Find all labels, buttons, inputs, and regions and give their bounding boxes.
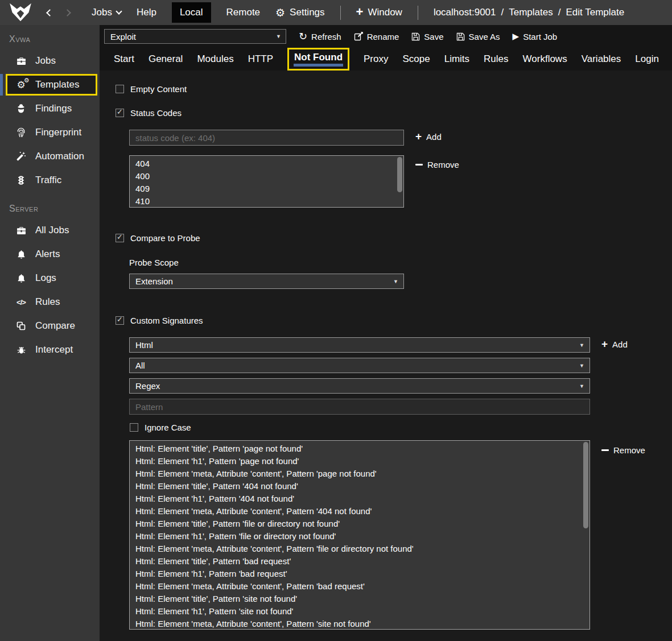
caret-down-icon: ▼ (393, 279, 398, 284)
status-code-item[interactable]: 410 (130, 195, 403, 208)
compare-to-probe-checkbox[interactable] (116, 234, 124, 242)
sidebar-item-fingerprint[interactable]: Fingerprint (0, 121, 100, 144)
signatures-list[interactable]: Html: Element 'title', Pattern 'page not… (129, 440, 590, 630)
signature-item[interactable]: Html: Element 'title', Pattern 'bad requ… (130, 555, 589, 568)
remove-signature-button[interactable]: Remove (601, 445, 645, 455)
signature-item[interactable]: Html: Element 'h1', Pattern 'bad request… (130, 568, 589, 580)
signature-item[interactable]: Html: Element 'meta, Attribute 'content'… (130, 505, 589, 518)
tab-not-found[interactable]: Not Found (287, 48, 349, 71)
start-job-button[interactable]: ▶ Start Job (513, 31, 558, 42)
sidebar-item-compare[interactable]: Compare (0, 314, 100, 338)
signature-item[interactable]: Html: Element 'title', Pattern 'page not… (130, 443, 589, 455)
tab-start[interactable]: Start (114, 53, 134, 65)
sidebar-item-label: Compare (35, 320, 75, 332)
rename-label: Rename (367, 32, 399, 42)
save-icon (411, 32, 420, 41)
tab-http[interactable]: HTTP (248, 53, 273, 65)
empty-content-checkbox[interactable] (116, 85, 124, 93)
signature-item[interactable]: Html: Element 'title', Pattern 'file or … (130, 518, 589, 530)
gears-icon: ⚙⚙ (15, 79, 27, 90)
status-codes-checkbox[interactable] (116, 109, 124, 117)
new-window-button[interactable]: + Window (356, 7, 402, 18)
magic-wand-icon (15, 151, 27, 162)
sidebar-item-jobs[interactable]: Jobs (0, 49, 100, 73)
ignore-case-checkbox[interactable] (130, 423, 138, 432)
tab-limits[interactable]: Limits (444, 53, 469, 65)
remote-toggle[interactable]: Remote (226, 7, 261, 18)
status-code-item[interactable]: 400 (130, 170, 403, 183)
status-codes-list[interactable]: 404400409410 (129, 155, 404, 208)
signature-item[interactable]: Html: Element 'h1', Pattern 'page not fo… (130, 455, 589, 468)
custom-signatures-checkbox[interactable] (116, 316, 124, 325)
tab-rules[interactable]: Rules (484, 53, 508, 65)
ignore-case-label: Ignore Case (145, 423, 191, 432)
tab-modules[interactable]: Modules (197, 53, 233, 65)
signature-match-value: Regex (135, 381, 160, 391)
ignore-case-row: Ignore Case (130, 423, 672, 432)
sidebar-item-rules[interactable]: </> Rules (0, 290, 100, 314)
help-button[interactable]: Help (137, 7, 156, 18)
tab-general[interactable]: General (149, 53, 183, 65)
signature-item[interactable]: Html: Element 'h1', Pattern '404 not fou… (130, 493, 589, 505)
signature-match-select[interactable]: Regex ▼ (129, 378, 590, 394)
sidebar-item-label: Intercept (35, 344, 73, 355)
template-select[interactable]: Exploit ▼ (104, 29, 286, 44)
tab-strip: Start General Modules HTTP Not Found Pro… (100, 48, 672, 71)
breadcrumb-templates[interactable]: Templates (509, 7, 553, 18)
refresh-button[interactable]: ↻ Refresh (299, 31, 341, 42)
settings-button[interactable]: ⚙ Settings (275, 7, 324, 18)
sidebar-item-all-jobs[interactable]: All Jobs (0, 218, 100, 242)
remove-status-code-button[interactable]: Remove (415, 160, 459, 169)
tab-proxy[interactable]: Proxy (364, 53, 388, 65)
breadcrumb-separator: / (558, 7, 561, 18)
back-button[interactable] (47, 7, 52, 18)
refresh-icon: ↻ (299, 31, 307, 42)
custom-signatures-row: Custom Signatures (116, 316, 672, 325)
local-toggle[interactable]: Local (172, 2, 211, 23)
breadcrumb-host[interactable]: localhost:9001 (434, 7, 496, 18)
status-codes-list-scrollbar[interactable] (397, 157, 402, 192)
sidebar-item-templates[interactable]: ⚙⚙ Templates (6, 74, 97, 96)
signature-item[interactable]: Html: Element 'title', Pattern 'site not… (130, 593, 589, 605)
tab-login[interactable]: Login (635, 53, 659, 65)
tab-scope[interactable]: Scope (402, 53, 430, 65)
start-job-label: Start Job (523, 32, 557, 42)
sidebar-item-alerts[interactable]: Alerts (0, 242, 100, 266)
signature-scope-select[interactable]: All ▼ (129, 358, 590, 373)
sidebar-section-server: Server (0, 200, 100, 218)
signature-item[interactable]: Html: Element 'meta, Attribute 'content'… (130, 468, 589, 480)
probe-scope-select[interactable]: Extension ▼ (129, 274, 404, 289)
add-signature-button[interactable]: + Add (601, 340, 628, 349)
signature-item[interactable]: Html: Element 'h1', Pattern 'file or dir… (130, 530, 589, 543)
signature-type-select[interactable]: Html ▼ (129, 337, 590, 353)
sidebar: Xvwa Jobs ⚙⚙ Templates Findings Fingerpr… (0, 25, 100, 641)
minus-icon (415, 164, 423, 166)
signature-item[interactable]: Html: Element 'meta, Attribute 'content'… (130, 618, 589, 630)
sidebar-item-intercept[interactable]: Intercept (0, 338, 100, 362)
signatures-list-scrollbar[interactable] (583, 442, 588, 528)
breadcrumb-edit-template[interactable]: Edit Template (566, 7, 624, 18)
signature-item[interactable]: Html: Element 'h1', Pattern 'site not fo… (130, 605, 589, 618)
save-as-button[interactable]: Save As (456, 32, 500, 42)
status-code-input[interactable] (129, 130, 404, 146)
save-button[interactable]: Save (411, 32, 443, 42)
tab-variables[interactable]: Variables (582, 53, 621, 65)
status-code-item[interactable]: 409 (130, 183, 403, 195)
sidebar-item-label: Logs (35, 272, 56, 284)
signature-scope-value: All (135, 361, 145, 370)
signature-item[interactable]: Html: Element 'meta, Attribute 'content'… (130, 543, 589, 555)
sidebar-item-automation[interactable]: Automation (0, 144, 100, 168)
sidebar-item-traffic[interactable]: Traffic (0, 168, 100, 192)
status-code-item[interactable]: 404 (130, 158, 403, 170)
tab-workflows[interactable]: Workflows (523, 53, 567, 65)
pattern-input[interactable] (129, 399, 590, 415)
jobs-menu[interactable]: Jobs (92, 7, 121, 18)
rename-button[interactable]: Rename (354, 32, 399, 42)
add-status-code-button[interactable]: + Add (415, 132, 442, 142)
signature-item[interactable]: Html: Element 'meta, Attribute 'content'… (130, 580, 589, 593)
sidebar-item-findings[interactable]: Findings (0, 97, 100, 121)
save-label: Save (424, 32, 443, 42)
forward-button[interactable] (65, 7, 70, 18)
signature-item[interactable]: Html: Element 'title', Pattern '404 not … (130, 480, 589, 493)
sidebar-item-logs[interactable]: Logs (0, 266, 100, 290)
